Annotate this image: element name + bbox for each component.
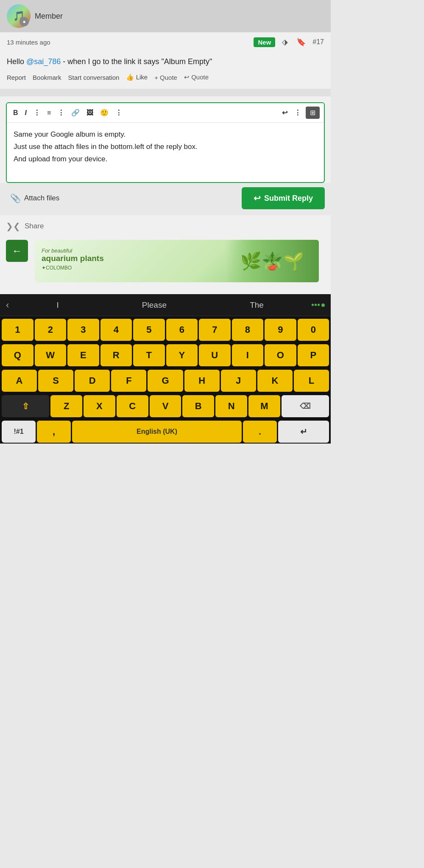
key-z[interactable]: Z	[50, 395, 82, 417]
like-button[interactable]: 👍 Like	[126, 72, 151, 83]
suggestion-word3[interactable]: The	[242, 297, 271, 313]
period-key[interactable]: .	[243, 421, 277, 443]
key-k[interactable]: K	[257, 370, 293, 392]
backspace-key[interactable]: ⌫	[282, 395, 329, 417]
key-9[interactable]: 9	[265, 319, 296, 341]
mention-link[interactable]: @sai_786	[26, 57, 61, 66]
key-q[interactable]: Q	[2, 344, 33, 366]
attach-files-label: Attach files	[24, 194, 59, 202]
toolbar-fullscreen[interactable]: ⊞	[306, 107, 320, 119]
toolbar-link[interactable]: 🔗	[69, 108, 82, 118]
toolbar-more4[interactable]: ⋮	[292, 108, 303, 118]
key-w[interactable]: W	[35, 344, 67, 366]
key-f[interactable]: F	[111, 370, 146, 392]
submit-reply-button[interactable]: ↩ Submit Reply	[242, 187, 325, 209]
key-v[interactable]: V	[150, 395, 181, 417]
submit-reply-icon: ↩	[254, 193, 261, 203]
key-r[interactable]: R	[100, 344, 132, 366]
start-conversation-button[interactable]: Start conversation	[68, 72, 123, 83]
key-1[interactable]: 1	[2, 319, 33, 341]
enter-key[interactable]: ↵	[278, 421, 329, 443]
comma-key[interactable]: ,	[37, 421, 71, 443]
suggestions-bar: ‹ I Please The •••	[0, 294, 331, 316]
shift-key[interactable]: ⇧	[2, 395, 49, 417]
quote2-button[interactable]: ↩ Quote	[184, 72, 212, 83]
suggestion-more-dot-indicator	[321, 303, 325, 307]
suggestions-list: I Please The	[15, 297, 305, 313]
post-number: #17	[312, 38, 324, 46]
number-row: 1 2 3 4 5 6 7 8 9 0	[0, 316, 331, 342]
key-j[interactable]: J	[221, 370, 256, 392]
key-g[interactable]: G	[148, 370, 183, 392]
ad-plants-image: 🌿🪴🌱	[226, 240, 319, 282]
zxcvb-row: ⇧ Z X C V B N M ⌫	[0, 393, 331, 418]
post-text-start: Hello	[7, 57, 26, 66]
suggestion-word1[interactable]: I	[49, 297, 66, 313]
ad-title: For beautiful	[42, 247, 104, 254]
toolbar-more1[interactable]: ⋮	[31, 108, 42, 118]
key-a[interactable]: A	[2, 370, 37, 392]
key-2[interactable]: 2	[35, 319, 67, 341]
space-key[interactable]: English (UK)	[72, 421, 242, 443]
toolbar-list[interactable]: ≡	[45, 108, 53, 118]
editor-content[interactable]: Same your Google album is empty. Just us…	[7, 123, 324, 182]
editor-actions: 📎 Attach files ↩ Submit Reply	[0, 183, 331, 215]
bottom-row: !#1 , English (UK) . ↵	[0, 418, 331, 444]
share-icon-button[interactable]: ⬗	[280, 37, 290, 48]
key-l[interactable]: L	[294, 370, 329, 392]
key-i[interactable]: I	[232, 344, 264, 366]
key-5[interactable]: 5	[133, 319, 165, 341]
post-meta-right: New ⬗ 🔖 #17	[254, 37, 324, 48]
key-7[interactable]: 7	[199, 319, 231, 341]
bookmark-icon-button[interactable]: 🔖	[295, 37, 307, 48]
suggestion-left-arrow[interactable]: ‹	[0, 294, 15, 316]
attach-files-button[interactable]: 📎 Attach files	[6, 191, 64, 206]
share-label[interactable]: Share	[25, 222, 44, 230]
toolbar-image[interactable]: 🖼	[84, 108, 95, 118]
key-b[interactable]: B	[182, 395, 214, 417]
suggestion-more-button[interactable]: •••	[305, 300, 331, 310]
key-n[interactable]: N	[215, 395, 247, 417]
key-o[interactable]: O	[265, 344, 296, 366]
ad-banner[interactable]: For beautiful aquarium plants ✦COLOMBO 🌿…	[35, 240, 319, 282]
like-label: Like	[136, 73, 148, 81]
suggestion-word2[interactable]: Please	[134, 297, 174, 313]
post-time: 13 minutes ago	[7, 39, 50, 46]
bookmark-button[interactable]: Bookmark	[33, 72, 65, 83]
key-p[interactable]: P	[298, 344, 329, 366]
key-y[interactable]: Y	[166, 344, 198, 366]
back-button[interactable]: ←	[6, 240, 28, 262]
editor-line3: And upload from your device.	[14, 153, 317, 166]
ad-subtitle: aquarium plants	[42, 254, 104, 263]
key-u[interactable]: U	[199, 344, 231, 366]
key-0[interactable]: 0	[298, 319, 329, 341]
thumb-icon: 👍	[126, 73, 134, 81]
key-3[interactable]: 3	[67, 319, 99, 341]
toolbar-right: ↩ ⋮ ⊞	[280, 107, 320, 119]
toolbar-more2[interactable]: ⋮	[56, 108, 67, 118]
key-6[interactable]: 6	[166, 319, 198, 341]
special-key[interactable]: !#1	[2, 421, 36, 443]
bottom-area: ← For beautiful aquarium plants ✦COLOMBO…	[0, 236, 331, 294]
report-button[interactable]: Report	[7, 72, 29, 83]
key-s[interactable]: S	[38, 370, 73, 392]
avatar: 🎵 ●	[7, 4, 31, 28]
key-c[interactable]: C	[117, 395, 148, 417]
quote1-button[interactable]: + Quote	[154, 72, 181, 83]
toolbar-italic[interactable]: I	[23, 108, 29, 118]
key-d[interactable]: D	[75, 370, 110, 392]
key-t[interactable]: T	[133, 344, 165, 366]
toolbar-bold[interactable]: B	[11, 108, 20, 118]
key-e[interactable]: E	[67, 344, 99, 366]
key-x[interactable]: X	[84, 395, 115, 417]
toolbar-more3[interactable]: ⋮	[113, 108, 124, 118]
key-4[interactable]: 4	[100, 319, 132, 341]
key-h[interactable]: H	[184, 370, 220, 392]
toolbar-undo[interactable]: ↩	[280, 108, 290, 118]
editor-line1: Same your Google album is empty.	[14, 129, 317, 141]
qwerty-row: Q W E R T Y U I O P	[0, 342, 331, 367]
toolbar-emoji[interactable]: 🙂	[98, 108, 111, 118]
key-8[interactable]: 8	[232, 319, 264, 341]
key-m[interactable]: M	[248, 395, 280, 417]
separator	[0, 89, 331, 96]
